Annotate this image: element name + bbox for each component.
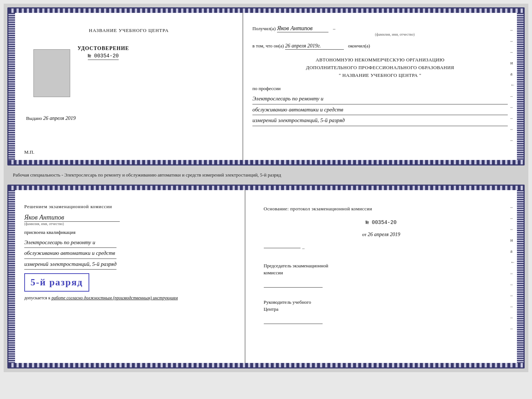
qualification-lines-bottom: Электрослесарь по ремонту и обслуживанию… bbox=[24, 237, 116, 270]
date-field-top: 26 апреля 2019г. bbox=[285, 43, 344, 50]
chairman-signature bbox=[264, 280, 323, 288]
udostoverenie-label: УДОСТОВЕРЕНИЕ bbox=[78, 46, 129, 51]
prisvoena-line: присвоена квалификация bbox=[24, 229, 75, 235]
osnovaniye-title: Основание: протокол экзаменационной коми… bbox=[264, 204, 499, 214]
okonchil-label: окончил(а) bbox=[348, 43, 370, 49]
mp-line: М.П. bbox=[24, 149, 34, 155]
name-field-top: Яков Антипов bbox=[277, 25, 328, 32]
dopuskaetsya-line: допускается к работе согласно должностны… bbox=[24, 295, 178, 302]
qual-line2-bottom: обслуживанию автоматики и средств bbox=[24, 248, 116, 259]
rukovoditel-signature bbox=[264, 317, 323, 324]
chairman-block: Председатель экзаменационной комиссии bbox=[264, 262, 499, 288]
prof-line2-top: обслуживанию автоматики и средств bbox=[252, 104, 508, 115]
rukovoditel-line1: Руководитель учебного bbox=[264, 299, 499, 306]
center-title: НАЗВАНИЕ УЧЕБНОГО ЦЕНТРА bbox=[89, 27, 169, 35]
qual-line1-bottom: Электрослесарь по ремонту и bbox=[24, 237, 116, 248]
spine-left bbox=[8, 8, 15, 164]
right-dashes-bottom: – – – и а ← – – – – – – bbox=[510, 204, 515, 331]
date-handwritten-top: 26 апреля 2019г. bbox=[285, 43, 321, 49]
spine-right-top bbox=[517, 8, 524, 164]
left-page-bottom: Решением экзаменационной комиссии Яков А… bbox=[15, 186, 245, 367]
right-page-bottom: – – – и а ← – – – – – – Основание: прото… bbox=[245, 186, 517, 367]
rukovoditel-line2: Центра bbox=[264, 306, 499, 313]
vtom-line: в том, что он(а) 26 апреля 2019г. окончи… bbox=[252, 43, 508, 50]
top-strip-rs bbox=[8, 8, 524, 13]
photo-placeholder bbox=[33, 49, 70, 97]
qual-line3-bottom: измерений электростанций, 5-й разряд bbox=[24, 259, 116, 270]
bottom-strip-srb bbox=[8, 363, 524, 367]
vydano-date: 26 апреля 2019 bbox=[43, 115, 76, 121]
book-bottom: Решением экзаменационной комиссии Яков А… bbox=[7, 185, 525, 368]
vydano-line: Выдано 26 апреля 2019 bbox=[26, 115, 76, 121]
protocol-number: № 00354-20 bbox=[264, 217, 499, 228]
name-handwritten-bottom: Яков Антипов bbox=[24, 214, 120, 221]
ot-label: от bbox=[362, 232, 366, 237]
chairman-line1: Председатель экзаменационной bbox=[264, 262, 499, 270]
razryad-badge: 5-й разряд bbox=[24, 273, 89, 292]
po-professii-line: по профессии bbox=[252, 86, 508, 92]
ot-line: от 26 апреля 2019 bbox=[264, 229, 499, 240]
name-handwritten-top: Яков Антипов bbox=[277, 25, 313, 31]
dopuskaetsya-rest: работе согласно должностным (производств… bbox=[51, 295, 178, 300]
spine-left-bottom bbox=[8, 186, 15, 367]
poluchil-line: Получил(а) Яков Антипов – bbox=[252, 25, 508, 32]
middle-text: Рабочая специальность - Электрослесарь п… bbox=[7, 168, 525, 182]
prof-line1-top: Электрослесарь по ремонту и bbox=[252, 93, 508, 104]
bottom-strip-rs bbox=[8, 160, 524, 164]
avto-block: АВТОНОМНУЮ НЕКОММЕРЧЕСКУЮ ОРГАНИЗАЦИЮ ДО… bbox=[252, 56, 508, 79]
fio-label-top: (фамилия, имя, отчество) bbox=[282, 32, 508, 36]
udostoverenie-number: № 00354-20 bbox=[88, 53, 119, 60]
left-page-top: НАЗВАНИЕ УЧЕБНОГО ЦЕНТРА УДОСТОВЕРЕНИЕ №… bbox=[15, 8, 243, 164]
prof-line3-top: измерений электростанций, 5-й разряд bbox=[252, 115, 508, 126]
dopuskaetsya-label: допускается к bbox=[24, 295, 50, 300]
avto-line2: ДОПОЛНИТЕЛЬНОГО ПРОФЕССИОНАЛЬНОГО ОБРАЗО… bbox=[252, 64, 508, 72]
resheniem-text: Решением экзаменационной комиссии bbox=[24, 202, 112, 211]
rukovoditel-block: Руководитель учебного Центра bbox=[264, 299, 499, 324]
fio-label-bottom: (фамилия, имя, отчество) bbox=[24, 222, 64, 226]
avto-line3: " НАЗВАНИЕ УЧЕБНОГО ЦЕНТРА " bbox=[252, 72, 508, 79]
ot-date: 26 апреля 2019 bbox=[368, 232, 400, 237]
chairman-line2: комиссии bbox=[264, 269, 499, 277]
po-professii-label: по профессии bbox=[252, 86, 281, 91]
poluchil-label: Получил(а) bbox=[252, 26, 276, 32]
book-top: НАЗВАНИЕ УЧЕБНОГО ЦЕНТРА УДОСТОВЕРЕНИЕ №… bbox=[7, 7, 525, 165]
osnovaniye-block: Основание: протокол экзаменационной коми… bbox=[255, 193, 508, 335]
right-dashes: – – – и а ← – – – – – bbox=[510, 27, 515, 143]
spine-right-bottom bbox=[517, 186, 524, 367]
avto-line1: АВТОНОМНУЮ НЕКОММЕРЧЕСКУЮ ОРГАНИЗАЦИЮ bbox=[252, 56, 508, 64]
vydano-label: Выдано bbox=[26, 115, 42, 121]
vtom-label: в том, что он(а) bbox=[252, 43, 284, 49]
profession-lines-top: Электрослесарь по ремонту и обслуживанию… bbox=[252, 93, 508, 126]
top-strip-srb bbox=[8, 186, 524, 190]
right-page-top: – – – и а ← – – – – – Получил(а) Яков Ан… bbox=[243, 8, 517, 164]
resheniem-block: Решением экзаменационной комиссии bbox=[24, 202, 112, 211]
main-container: НАЗВАНИЕ УЧЕБНОГО ЦЕНТРА УДОСТОВЕРЕНИЕ №… bbox=[4, 4, 528, 372]
